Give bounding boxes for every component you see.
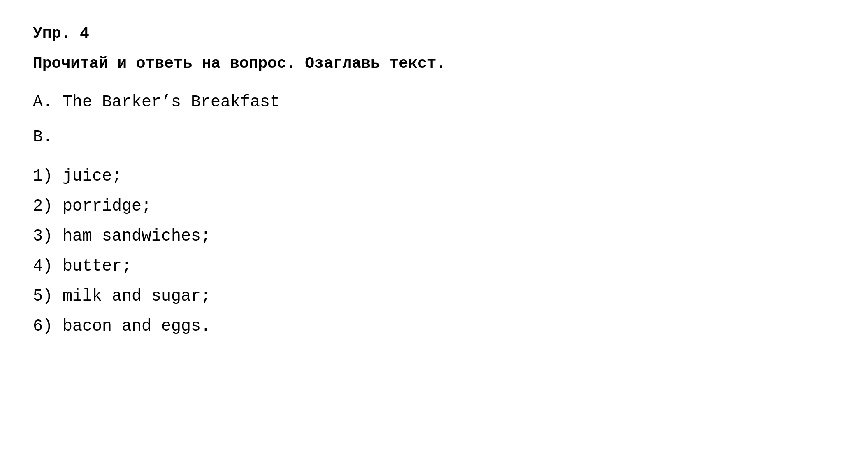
list-item-2: 2) porridge; — [33, 197, 835, 215]
list-item-6: 6) bacon and eggs. — [33, 317, 835, 336]
list-item-5: 5) milk and sugar; — [33, 287, 835, 306]
list-item-4: 4) butter; — [33, 257, 835, 275]
option-b: B. — [33, 128, 835, 146]
list-item-3: 3) ham sandwiches; — [33, 227, 835, 245]
instruction: Прочитай и ответь на вопрос. Озаглавь те… — [33, 55, 835, 72]
option-a: A. The Barker’s Breakfast — [33, 93, 835, 111]
list-item-1: 1) juice; — [33, 167, 835, 185]
exercise-number: Упр. 4 — [33, 25, 835, 42]
